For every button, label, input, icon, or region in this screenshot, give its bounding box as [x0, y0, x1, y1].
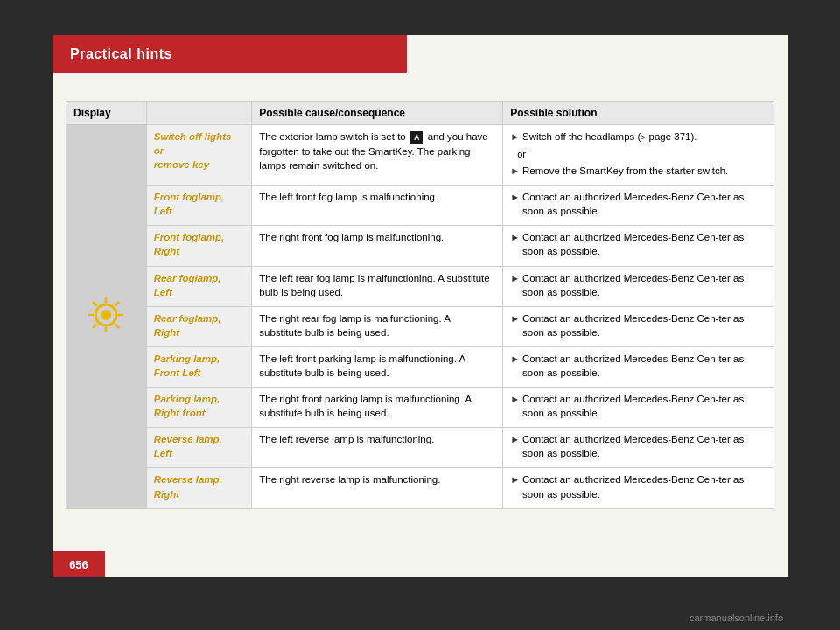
page-title: Practical hints: [70, 46, 172, 62]
arrow-icon: ►: [510, 191, 520, 204]
table-row: Reverse lamp,LeftThe left reverse lamp i…: [66, 428, 774, 468]
row-label: Front foglamp,Left: [154, 192, 225, 216]
table-row: Parking lamp,Front LeftThe left front pa…: [66, 346, 774, 387]
solution-text: Contact an authorized Mercedes-Benz Cen-…: [522, 271, 766, 299]
solution-text: Contact an authorized Mercedes-Benz Cen-…: [522, 392, 766, 420]
solution-cell: ► Switch off the headlamps (▹ page 371).…: [503, 125, 774, 186]
or-text: or: [510, 146, 766, 163]
solution-cell: ► Contact an authorized Mercedes-Benz Ce…: [503, 266, 774, 306]
arrow-icon: ►: [510, 393, 520, 406]
row-label: Switch off lightsorremove key: [154, 131, 232, 170]
arrow-icon: ►: [510, 433, 520, 446]
label-cell: Switch off lightsorremove key: [146, 125, 251, 186]
solution-text: Contact an authorized Mercedes-Benz Cen-…: [522, 312, 766, 340]
solution-line: ► Contact an authorized Mercedes-Benz Ce…: [510, 271, 766, 299]
arrow-icon: ►: [510, 312, 520, 326]
cause-cell: The right rear fog lamp is malfunctionin…: [252, 306, 503, 346]
table-container: Display Possible cause/consequence Possi…: [66, 101, 774, 542]
hints-table: Display Possible cause/consequence Possi…: [66, 101, 774, 509]
cause-cell: The left front fog lamp is malfunctionin…: [252, 186, 503, 226]
arrow-icon: ►: [510, 473, 520, 486]
cause-cell: The right reverse lamp is malfunctioning…: [252, 468, 503, 508]
solution-text: Contact an authorized Mercedes-Benz Cen-…: [522, 190, 766, 218]
col-label: [146, 102, 251, 125]
table-row: Parking lamp,Right frontThe right front …: [66, 388, 774, 428]
label-cell: Reverse lamp,Left: [146, 428, 251, 468]
solution-line: ► Contact an authorized Mercedes-Benz Ce…: [510, 472, 766, 500]
page-number-badge: 656: [52, 551, 105, 578]
label-cell: Front foglamp,Left: [146, 186, 251, 226]
row-label: Parking lamp,Right front: [154, 394, 220, 418]
cause-cell: The left front parking lamp is malfuncti…: [252, 346, 503, 387]
cause-cell: The left rear fog lamp is malfunctioning…: [252, 266, 503, 306]
table-row: Switch off lightsorremove keyThe exterio…: [66, 125, 774, 186]
cause-cell: The right front fog lamp is malfunctioni…: [252, 226, 503, 266]
row-label: Reverse lamp,Right: [154, 474, 222, 499]
table-row: Rear foglamp,RightThe right rear fog lam…: [66, 306, 774, 346]
row-label: Rear foglamp,Left: [154, 273, 221, 298]
solution-cell: ► Contact an authorized Mercedes-Benz Ce…: [503, 428, 774, 468]
arrow-icon: ►: [510, 130, 520, 144]
solution-text: Remove the SmartKey from the starter swi…: [522, 164, 728, 178]
solution-text: Contact an authorized Mercedes-Benz Cen-…: [522, 230, 766, 258]
solution-line: ► Contact an authorized Mercedes-Benz Ce…: [510, 432, 766, 460]
solution-cell: ► Contact an authorized Mercedes-Benz Ce…: [503, 468, 774, 508]
page-number: 656: [69, 558, 88, 571]
svg-line-8: [116, 324, 120, 328]
cause-cell: The exterior lamp switch is set to A and…: [252, 125, 503, 186]
row-label: Parking lamp,Front Left: [154, 354, 220, 378]
label-cell: Rear foglamp,Left: [146, 266, 251, 306]
solution-cell: ► Contact an authorized Mercedes-Benz Ce…: [503, 306, 774, 346]
cause-cell: The left reverse lamp is malfunctioning.: [252, 428, 503, 468]
table-row: Rear foglamp,LeftThe left rear fog lamp …: [66, 266, 774, 306]
solution-text: Contact an authorized Mercedes-Benz Cen-…: [522, 352, 766, 380]
solution-cell: ► Contact an authorized Mercedes-Benz Ce…: [503, 186, 774, 226]
solution-line: ► Contact an authorized Mercedes-Benz Ce…: [510, 352, 766, 380]
col-solution: Possible solution: [503, 102, 774, 125]
solution-cell: ► Contact an authorized Mercedes-Benz Ce…: [503, 226, 774, 266]
row-label: Rear foglamp,Right: [154, 313, 221, 338]
header-bar: Practical hints: [52, 35, 407, 74]
label-cell: Parking lamp,Right front: [146, 388, 251, 428]
solution-cell: ► Contact an authorized Mercedes-Benz Ce…: [503, 388, 774, 428]
label-cell: Rear foglamp,Right: [146, 306, 251, 346]
solution-line: ► Contact an authorized Mercedes-Benz Ce…: [510, 190, 766, 218]
solution-line: ► Contact an authorized Mercedes-Benz Ce…: [510, 312, 766, 340]
col-display: Display: [66, 102, 147, 125]
table-row: Front foglamp,LeftThe left front fog lam…: [66, 186, 774, 226]
col-cause: Possible cause/consequence: [252, 102, 503, 125]
solution-line: ► Contact an authorized Mercedes-Benz Ce…: [510, 230, 766, 258]
label-cell: Reverse lamp,Right: [146, 468, 251, 508]
svg-line-5: [93, 302, 97, 306]
svg-line-6: [116, 302, 120, 306]
svg-line-7: [93, 324, 97, 328]
table-row: Front foglamp,RightThe right front fog l…: [66, 226, 774, 266]
display-cell: [66, 125, 147, 509]
solution-cell: ► Contact an authorized Mercedes-Benz Ce…: [503, 346, 774, 387]
solution-line: ► Switch off the headlamps (▹ page 371).: [510, 130, 766, 144]
solution-text: Contact an authorized Mercedes-Benz Cen-…: [522, 432, 766, 460]
solution-text: Switch off the headlamps (▹ page 371).: [522, 130, 697, 144]
solution-line: ► Contact an authorized Mercedes-Benz Ce…: [510, 392, 766, 420]
label-cell: Parking lamp,Front Left: [146, 346, 251, 387]
lamp-icon: [83, 292, 129, 338]
cause-cell: The right front parking lamp is malfunct…: [252, 388, 503, 428]
row-label: Front foglamp,Right: [154, 232, 225, 256]
solution-line: ► Remove the SmartKey from the starter s…: [510, 164, 766, 178]
solution-text: Contact an authorized Mercedes-Benz Cen-…: [522, 472, 766, 500]
watermark: carmanualsonline.info: [690, 612, 783, 623]
svg-point-9: [101, 310, 111, 320]
key-icon: A: [410, 131, 424, 144]
arrow-icon: ►: [510, 231, 520, 244]
arrow-icon: ►: [510, 164, 520, 178]
arrow-icon: ►: [510, 353, 520, 366]
arrow-icon: ►: [510, 272, 520, 285]
table-row: Reverse lamp,RightThe right reverse lamp…: [66, 468, 774, 508]
row-label: Reverse lamp,Left: [154, 434, 222, 458]
label-cell: Front foglamp,Right: [146, 226, 251, 266]
